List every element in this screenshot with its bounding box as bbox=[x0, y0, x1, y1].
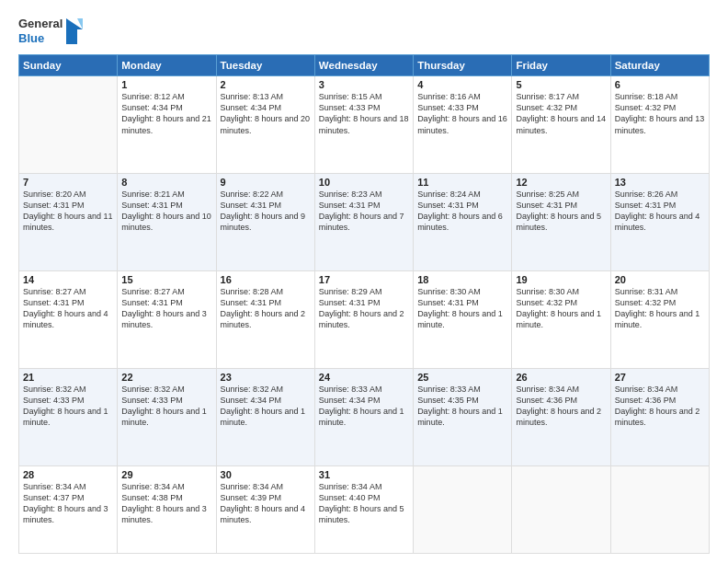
week-row-4: 21Sunrise: 8:32 AMSunset: 4:33 PMDayligh… bbox=[19, 368, 710, 465]
calendar-cell: 1Sunrise: 8:12 AMSunset: 4:34 PMDaylight… bbox=[118, 76, 216, 174]
cell-info: Sunrise: 8:24 AMSunset: 4:31 PMDaylight:… bbox=[417, 189, 507, 234]
calendar-table: SundayMondayTuesdayWednesdayThursdayFrid… bbox=[18, 54, 710, 554]
week-row-5: 28Sunrise: 8:34 AMSunset: 4:37 PMDayligh… bbox=[19, 465, 710, 553]
day-number: 26 bbox=[516, 372, 606, 383]
cell-info: Sunrise: 8:34 AMSunset: 4:38 PMDaylight:… bbox=[121, 481, 211, 526]
day-header-wednesday: Wednesday bbox=[314, 55, 413, 76]
calendar-cell: 23Sunrise: 8:32 AMSunset: 4:34 PMDayligh… bbox=[216, 368, 314, 465]
calendar-cell: 9Sunrise: 8:22 AMSunset: 4:31 PMDaylight… bbox=[216, 174, 314, 271]
cell-info: Sunrise: 8:15 AMSunset: 4:33 PMDaylight:… bbox=[319, 91, 409, 136]
calendar-cell: 24Sunrise: 8:33 AMSunset: 4:34 PMDayligh… bbox=[314, 368, 413, 465]
calendar-cell: 4Sunrise: 8:16 AMSunset: 4:33 PMDaylight… bbox=[414, 76, 512, 174]
day-header-tuesday: Tuesday bbox=[216, 55, 314, 76]
day-number: 21 bbox=[23, 372, 113, 383]
calendar-cell: 30Sunrise: 8:34 AMSunset: 4:39 PMDayligh… bbox=[216, 465, 314, 553]
calendar-cell: 27Sunrise: 8:34 AMSunset: 4:36 PMDayligh… bbox=[610, 368, 709, 465]
calendar-cell: 20Sunrise: 8:31 AMSunset: 4:32 PMDayligh… bbox=[610, 270, 709, 368]
day-number: 3 bbox=[319, 79, 409, 90]
calendar-cell: 31Sunrise: 8:34 AMSunset: 4:40 PMDayligh… bbox=[314, 465, 413, 553]
page: General Blue SundayMondayTuesdayWednesda… bbox=[0, 0, 728, 563]
calendar-cell: 17Sunrise: 8:29 AMSunset: 4:31 PMDayligh… bbox=[314, 270, 413, 368]
cell-info: Sunrise: 8:23 AMSunset: 4:31 PMDaylight:… bbox=[319, 189, 409, 234]
day-number: 6 bbox=[615, 79, 705, 90]
day-number: 1 bbox=[121, 79, 211, 90]
day-number: 8 bbox=[121, 177, 211, 188]
day-number: 16 bbox=[221, 274, 311, 285]
day-number: 19 bbox=[516, 274, 606, 285]
cell-info: Sunrise: 8:32 AMSunset: 4:33 PMDaylight:… bbox=[23, 384, 113, 429]
calendar-cell: 26Sunrise: 8:34 AMSunset: 4:36 PMDayligh… bbox=[512, 368, 610, 465]
cell-info: Sunrise: 8:31 AMSunset: 4:32 PMDaylight:… bbox=[615, 286, 705, 331]
day-number: 30 bbox=[221, 469, 311, 480]
cell-info: Sunrise: 8:34 AMSunset: 4:40 PMDaylight:… bbox=[319, 481, 409, 526]
day-number: 29 bbox=[121, 469, 211, 480]
day-number: 31 bbox=[319, 469, 409, 480]
day-header-thursday: Thursday bbox=[414, 55, 512, 76]
cell-info: Sunrise: 8:32 AMSunset: 4:33 PMDaylight:… bbox=[121, 384, 211, 429]
calendar-body: 1Sunrise: 8:12 AMSunset: 4:34 PMDaylight… bbox=[19, 76, 710, 554]
day-number: 18 bbox=[417, 274, 507, 285]
calendar-cell bbox=[610, 465, 709, 553]
cell-info: Sunrise: 8:33 AMSunset: 4:35 PMDaylight:… bbox=[417, 384, 507, 429]
cell-info: Sunrise: 8:20 AMSunset: 4:31 PMDaylight:… bbox=[23, 189, 113, 234]
day-number: 20 bbox=[615, 274, 705, 285]
logo-text: General Blue bbox=[18, 17, 63, 45]
calendar-cell: 25Sunrise: 8:33 AMSunset: 4:35 PMDayligh… bbox=[414, 368, 512, 465]
calendar-cell: 22Sunrise: 8:32 AMSunset: 4:33 PMDayligh… bbox=[118, 368, 216, 465]
cell-info: Sunrise: 8:34 AMSunset: 4:36 PMDaylight:… bbox=[615, 384, 705, 429]
day-number: 15 bbox=[121, 274, 211, 285]
cell-info: Sunrise: 8:34 AMSunset: 4:37 PMDaylight:… bbox=[23, 481, 113, 526]
day-number: 10 bbox=[319, 177, 409, 188]
logo: General Blue bbox=[18, 17, 83, 45]
calendar-header-row: SundayMondayTuesdayWednesdayThursdayFrid… bbox=[19, 55, 710, 76]
calendar-cell: 13Sunrise: 8:26 AMSunset: 4:31 PMDayligh… bbox=[610, 174, 709, 271]
cell-info: Sunrise: 8:27 AMSunset: 4:31 PMDaylight:… bbox=[23, 286, 113, 331]
day-header-saturday: Saturday bbox=[610, 55, 709, 76]
cell-info: Sunrise: 8:25 AMSunset: 4:31 PMDaylight:… bbox=[516, 189, 606, 234]
day-number: 28 bbox=[23, 469, 113, 480]
day-header-monday: Monday bbox=[118, 55, 216, 76]
day-number: 5 bbox=[516, 79, 606, 90]
cell-info: Sunrise: 8:28 AMSunset: 4:31 PMDaylight:… bbox=[221, 286, 311, 331]
week-row-2: 7Sunrise: 8:20 AMSunset: 4:31 PMDaylight… bbox=[19, 174, 710, 271]
cell-info: Sunrise: 8:29 AMSunset: 4:31 PMDaylight:… bbox=[319, 286, 409, 331]
day-number: 11 bbox=[417, 177, 507, 188]
calendar-cell: 15Sunrise: 8:27 AMSunset: 4:31 PMDayligh… bbox=[118, 270, 216, 368]
cell-info: Sunrise: 8:26 AMSunset: 4:31 PMDaylight:… bbox=[615, 189, 705, 234]
calendar-cell bbox=[414, 465, 512, 553]
cell-info: Sunrise: 8:22 AMSunset: 4:31 PMDaylight:… bbox=[221, 189, 311, 234]
day-number: 4 bbox=[417, 79, 507, 90]
cell-info: Sunrise: 8:33 AMSunset: 4:34 PMDaylight:… bbox=[319, 384, 409, 429]
day-number: 9 bbox=[221, 177, 311, 188]
day-header-sunday: Sunday bbox=[19, 55, 118, 76]
day-number: 7 bbox=[23, 177, 113, 188]
calendar-cell bbox=[512, 465, 610, 553]
calendar-cell: 16Sunrise: 8:28 AMSunset: 4:31 PMDayligh… bbox=[216, 270, 314, 368]
cell-info: Sunrise: 8:17 AMSunset: 4:32 PMDaylight:… bbox=[516, 91, 606, 136]
calendar-cell: 21Sunrise: 8:32 AMSunset: 4:33 PMDayligh… bbox=[19, 368, 118, 465]
day-number: 2 bbox=[221, 79, 311, 90]
cell-info: Sunrise: 8:27 AMSunset: 4:31 PMDaylight:… bbox=[121, 286, 211, 331]
cell-info: Sunrise: 8:12 AMSunset: 4:34 PMDaylight:… bbox=[121, 91, 211, 136]
cell-info: Sunrise: 8:21 AMSunset: 4:31 PMDaylight:… bbox=[121, 189, 211, 234]
week-row-1: 1Sunrise: 8:12 AMSunset: 4:34 PMDaylight… bbox=[19, 76, 710, 174]
calendar-cell: 2Sunrise: 8:13 AMSunset: 4:34 PMDaylight… bbox=[216, 76, 314, 174]
day-header-friday: Friday bbox=[512, 55, 610, 76]
cell-info: Sunrise: 8:18 AMSunset: 4:32 PMDaylight:… bbox=[615, 91, 705, 136]
cell-info: Sunrise: 8:16 AMSunset: 4:33 PMDaylight:… bbox=[417, 91, 507, 136]
calendar-cell: 18Sunrise: 8:30 AMSunset: 4:31 PMDayligh… bbox=[414, 270, 512, 368]
calendar-cell: 29Sunrise: 8:34 AMSunset: 4:38 PMDayligh… bbox=[118, 465, 216, 553]
calendar-cell: 3Sunrise: 8:15 AMSunset: 4:33 PMDaylight… bbox=[314, 76, 413, 174]
cell-info: Sunrise: 8:30 AMSunset: 4:31 PMDaylight:… bbox=[417, 286, 507, 331]
calendar-cell bbox=[19, 76, 118, 174]
calendar-cell: 10Sunrise: 8:23 AMSunset: 4:31 PMDayligh… bbox=[314, 174, 413, 271]
day-number: 23 bbox=[221, 372, 311, 383]
week-row-3: 14Sunrise: 8:27 AMSunset: 4:31 PMDayligh… bbox=[19, 270, 710, 368]
day-number: 27 bbox=[615, 372, 705, 383]
cell-info: Sunrise: 8:13 AMSunset: 4:34 PMDaylight:… bbox=[221, 91, 311, 136]
calendar-cell: 8Sunrise: 8:21 AMSunset: 4:31 PMDaylight… bbox=[118, 174, 216, 271]
day-number: 17 bbox=[319, 274, 409, 285]
calendar-cell: 5Sunrise: 8:17 AMSunset: 4:32 PMDaylight… bbox=[512, 76, 610, 174]
calendar-cell: 11Sunrise: 8:24 AMSunset: 4:31 PMDayligh… bbox=[414, 174, 512, 271]
day-number: 25 bbox=[417, 372, 507, 383]
